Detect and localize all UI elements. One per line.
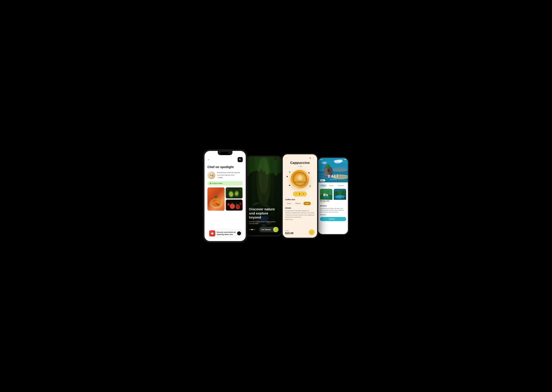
bali-tabs: Hotel Foods Activities [320,184,346,187]
chef-description: Pellentesque sollicitudin egestas accums… [217,171,243,176]
follow-button-label: Follow Ariolla [212,182,222,184]
status-bar: 9:30 ▲ ● ▮▮▮ [318,159,348,160]
svg-rect-88 [323,194,326,194]
share-icon[interactable]: ⤴ [342,161,343,163]
add-to-cart-button[interactable]: 🛒 [309,229,315,235]
get-started-label: Get Started [259,227,273,232]
pagination-dots [249,229,255,230]
destination-rating-badge: 4.9 ★ [320,179,325,182]
more-photos-badge: 10+ [342,197,345,199]
hotel-image-1 [320,189,332,200]
get-started-button[interactable]: Get Started › [259,227,279,232]
carrot-dish-svg [207,187,225,211]
svg-point-8 [217,195,218,197]
discover-arrow-button[interactable]: → [237,231,241,235]
favorite-icon[interactable]: ♥ [310,157,311,160]
discover-image: 🍽️ [209,230,215,236]
nature-subtitle: find with us your dream house quickly an… [249,221,279,224]
back-button[interactable]: ← [207,158,210,161]
svg-point-96 [338,190,342,195]
decrement-button[interactable]: - [296,193,297,195]
food-grid [207,187,243,211]
phone3-header: ← ♥ ⋮ [285,157,315,160]
page-title: Chef on spotlight [207,165,243,169]
phone1-notch [218,151,232,155]
discover-card[interactable]: 🍽️ Discover more dishes by exploring wha… [207,229,243,238]
follow-button[interactable]: ⊕ Follow Ariolla [207,181,243,185]
get-started-arrow-icon: › [273,227,279,232]
back-icon: ← [320,161,322,163]
phone3-device: ← ♥ ⋮ Cappuccino ★ 5.0 🍃 🍃 [282,153,318,239]
rating-row: ★ 5.0 [285,165,315,167]
phone2-content: Discover nature and explore beyond find … [246,204,282,235]
hotel-image-2: 10+ [334,189,346,200]
plus-icon: ⊕ [210,182,211,184]
coffee-size-label: Coffee Size [285,198,315,201]
tab-foods[interactable]: Foods [328,184,335,187]
cart-icon: 🛒 [310,231,313,234]
svg-rect-76 [328,169,329,172]
price-row: Price $15.99 🛒 [285,228,315,235]
read-more-link[interactable]: Read More [320,214,326,216]
back-button-sm[interactable]: ← [285,157,287,160]
svg-rect-75 [327,169,328,172]
svg-point-86 [323,196,330,198]
quantity-row: - 2 + [285,191,315,196]
price-value: $15.99 [285,232,293,235]
search-icon: 🔍 [239,159,241,161]
bali-body: Hotel Foods Activities [318,182,348,234]
rating-value: 5.0 [300,165,302,167]
rating-value: 4.9 [321,180,323,181]
tab-hotel[interactable]: Hotel [320,184,327,187]
phone4-device: 9:30 ▲ ● ▮▮▮ ← ⤴ ♡ BALI Indonesia [317,157,349,235]
destination-title: BALI [318,174,348,178]
tomato-svg [225,200,243,210]
hotel-cards: Villa Kayu Lama ★★★★★ [320,189,346,203]
svg-point-17 [227,189,228,190]
food-image-carrot [207,187,225,211]
phone1-camera [228,152,230,154]
quantity-control: - 2 + [293,191,307,196]
read-more-link[interactable]: Read more... [285,219,315,220]
svg-point-95 [341,190,346,196]
coffee-image [291,170,309,188]
size-small[interactable]: Small [285,202,293,205]
dot-2-active [251,229,253,230]
wishlist-icon[interactable]: ♡ [345,161,346,163]
hotel-stars-1: ★★★★★ [320,202,332,203]
chef-name: – Ariolla [217,177,243,178]
increment-button[interactable]: + [303,193,304,195]
bali-hero-image: 9:30 ▲ ● ▮▮▮ ← ⤴ ♡ BALI Indonesia [318,158,348,182]
size-medium[interactable]: Medium [294,202,303,205]
details-text: A cappuccino is the perfect balance of e… [285,210,315,218]
search-button[interactable]: 🔍 [238,157,243,162]
coffee-bean-2 [289,185,291,186]
price-label: Price [285,230,293,232]
quantity-display: 2 [299,193,300,195]
size-large-active[interactable]: Large [304,202,311,205]
continue-button[interactable]: Continue → [320,217,346,221]
phone2-footer: Get Started › [249,227,279,232]
chef-card: 👨‍🍳 Pellentesque sollicitudin egestas ac… [207,171,243,179]
leaf-decoration-bottomright: 🍃 [308,184,313,189]
svg-point-18 [240,189,241,190]
chef-info: Pellentesque sollicitudin egestas accums… [217,171,243,178]
hotel-card-2[interactable]: 10+ [334,189,346,203]
svg-point-25 [227,203,230,206]
svg-rect-87 [323,194,326,196]
svg-rect-77 [327,169,329,170]
dot-3 [254,229,255,230]
more-options-icon[interactable]: ⋮ [312,157,315,160]
coffee-image-area: 🍃 🍃 [285,169,315,189]
star-icon: ★ [323,180,324,181]
details-label: Details [285,207,315,209]
bali-navigation: ← ⤴ ♡ [318,161,348,163]
hotel-name-1: Villa Kayu Lama [320,200,332,202]
bali-back-button[interactable]: ← [320,161,322,163]
villa-image-svg [320,189,332,200]
tab-activities[interactable]: Activities [336,184,346,187]
hotel-card-1[interactable]: Villa Kayu Lama ★★★★★ [320,189,332,203]
svg-point-94 [334,191,338,196]
dot-1 [249,229,250,230]
coffee-bean-1 [308,172,310,174]
